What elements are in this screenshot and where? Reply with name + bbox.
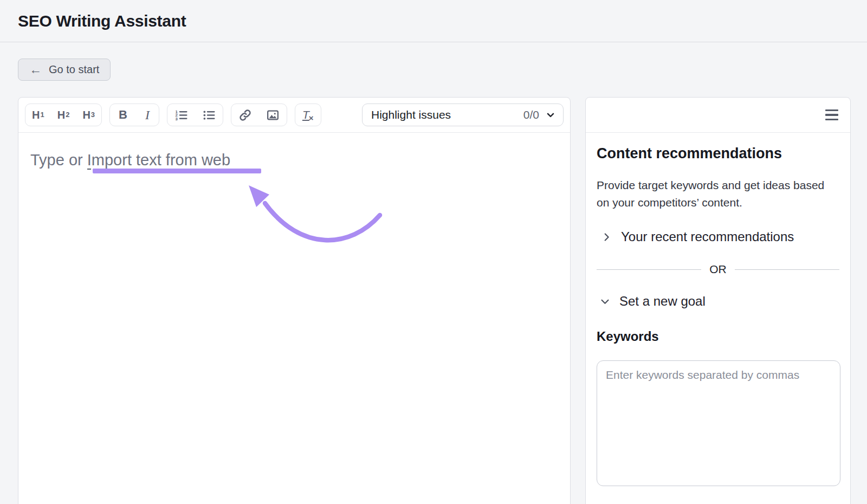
recent-recommendations-toggle[interactable]: Your recent recommendations <box>601 229 839 244</box>
chevron-down-icon <box>545 109 556 120</box>
arrow-left-icon: ← <box>29 63 42 76</box>
highlight-issues-label: Highlight issues <box>371 108 523 121</box>
keywords-input[interactable] <box>597 360 840 486</box>
editor-panel: H1 H2 H3 B I <box>18 97 571 504</box>
or-label: OR <box>709 263 727 276</box>
chevron-right-icon <box>601 232 612 242</box>
set-new-goal-label: Set a new goal <box>619 294 706 309</box>
recommendations-title: Content recommendations <box>597 145 839 162</box>
recommendations-panel: Content recommendations Provide target k… <box>585 97 851 504</box>
clear-formatting-button[interactable]: T × <box>295 104 321 126</box>
recent-recommendations-label: Your recent recommendations <box>621 229 794 244</box>
editor-toolbar: H1 H2 H3 B I <box>18 98 570 133</box>
main-content: ← Go to start H1 H2 H3 B I <box>0 42 867 504</box>
insert-link-button[interactable] <box>231 104 259 126</box>
clear-format-group: T × <box>295 104 321 126</box>
clear-formatting-icon: T × <box>302 108 314 121</box>
ordered-list-button[interactable]: 123 <box>167 104 195 126</box>
keywords-label: Keywords <box>597 329 839 344</box>
editor-placeholder: Type or Import text from web <box>30 151 558 169</box>
recommendations-description: Provide target keywords and get ideas ba… <box>597 177 839 211</box>
link-icon <box>238 108 252 122</box>
ordered-list-icon: 123 <box>174 108 188 122</box>
hamburger-menu-icon[interactable] <box>825 108 838 121</box>
h1-button[interactable]: H1 <box>25 104 51 126</box>
insert-buttons-group <box>231 104 287 126</box>
seo-writing-assistant-app: SEO Writing Assistant ← Go to start H1 H… <box>0 0 867 504</box>
go-to-start-label: Go to start <box>49 63 99 76</box>
bullet-list-icon <box>202 108 216 122</box>
set-new-goal-toggle[interactable]: Set a new goal <box>600 294 839 309</box>
app-header: SEO Writing Assistant <box>0 0 867 42</box>
recommendations-body: Content recommendations Provide target k… <box>586 133 850 499</box>
editor-content-area[interactable]: Type or Import text from web <box>18 133 570 504</box>
annotation-highlight-bar <box>93 169 261 173</box>
annotation-curved-arrow <box>18 133 560 485</box>
page-title: SEO Writing Assistant <box>18 12 186 30</box>
bold-button[interactable]: B <box>110 104 136 126</box>
h3-button[interactable]: H3 <box>76 104 101 126</box>
recommendations-header <box>586 98 850 133</box>
or-divider: OR <box>597 263 839 276</box>
italic-button[interactable]: I <box>136 104 159 126</box>
insert-image-button[interactable] <box>259 104 287 126</box>
import-text-link[interactable]: Import text from web <box>87 151 230 170</box>
chevron-down-icon <box>600 296 610 307</box>
list-buttons-group: 123 <box>167 104 223 126</box>
h2-button[interactable]: H2 <box>51 104 76 126</box>
go-to-start-button[interactable]: ← Go to start <box>18 59 111 81</box>
svg-text:3: 3 <box>176 117 178 121</box>
bullet-list-button[interactable] <box>195 104 223 126</box>
highlight-issues-dropdown[interactable]: Highlight issues 0/0 <box>362 104 564 126</box>
issues-count: 0/0 <box>523 108 539 121</box>
text-style-group: B I <box>109 104 159 126</box>
heading-buttons-group: H1 H2 H3 <box>25 104 102 126</box>
image-icon <box>266 108 280 122</box>
workspace: H1 H2 H3 B I <box>18 97 852 504</box>
